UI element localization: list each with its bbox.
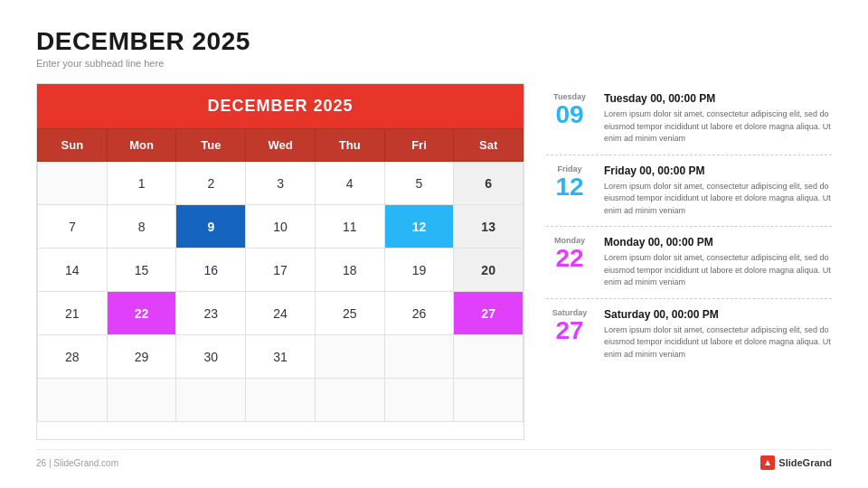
calendar-day: 14 (38, 249, 108, 292)
calendar-day (384, 335, 454, 379)
calendar-day (454, 379, 524, 422)
calendar-day: 1 (107, 162, 176, 205)
footer: 26 | SlideGrand.com SlideGrand (36, 449, 832, 470)
calendar-day (38, 162, 108, 205)
calendar-week-row: 14151617181920 (38, 249, 524, 292)
calendar-day (107, 379, 176, 422)
event-desc: Lorem ipsum dolor sit amet, consectetur … (604, 181, 832, 218)
calendar-month-title: DECEMBER 2025 (37, 97, 524, 116)
event-date-col: Monday 22 (546, 236, 593, 271)
event-date-col: Saturday 27 (546, 308, 593, 343)
event-title: Monday 00, 00:00 PM (604, 236, 832, 249)
calendar-day: 4 (315, 162, 384, 205)
calendar-day: 6 (454, 162, 524, 205)
day-fri: Fri (384, 129, 454, 162)
day-tue: Tue (176, 129, 246, 162)
calendar-week-row: 78910111213 (38, 205, 524, 249)
header: DECEMBER 2025 Enter your subhead line he… (36, 27, 832, 69)
page-title: DECEMBER 2025 (36, 27, 832, 56)
calendar-day: 3 (246, 162, 316, 205)
calendar-week-row: 123456 (38, 162, 524, 205)
event-info: Friday 00, 00:00 PM Lorem ipsum dolor si… (604, 164, 832, 218)
event-title: Tuesday 00, 00:00 PM (604, 92, 832, 105)
calendar-week-row: 21222324252627 (38, 292, 524, 335)
calendar-day: 10 (246, 205, 316, 249)
calendar-day: 8 (107, 205, 176, 249)
calendar-day (454, 335, 524, 379)
calendar-day (315, 335, 384, 379)
calendar-day: 5 (384, 162, 454, 205)
calendar-day: 13 (454, 205, 524, 249)
svg-marker-0 (765, 460, 770, 465)
calendar-day: 11 (315, 205, 384, 249)
content-area: DECEMBER 2025 Sun Mon Tue Wed Thu Fri Sa… (36, 83, 832, 440)
calendar-day: 22 (107, 292, 176, 335)
calendar-day: 18 (315, 249, 384, 292)
event-item: Monday 22 Monday 00, 00:00 PM Lorem ipsu… (546, 227, 832, 299)
calendar-day: 27 (454, 292, 524, 335)
event-date-col: Tuesday 09 (546, 92, 593, 127)
calendar-day: 23 (176, 292, 246, 335)
calendar-day: 17 (246, 249, 316, 292)
calendar-day (176, 379, 246, 422)
calendar-days-row: Sun Mon Tue Wed Thu Fri Sat (38, 129, 524, 162)
event-info: Monday 00, 00:00 PM Lorem ipsum dolor si… (604, 236, 832, 289)
event-desc: Lorem ipsum dolor sit amet, consectetur … (604, 252, 832, 289)
event-day-num: 22 (555, 246, 583, 271)
calendar: DECEMBER 2025 Sun Mon Tue Wed Thu Fri Sa… (36, 83, 524, 440)
events-panel: Tuesday 09 Tuesday 00, 00:00 PM Lorem ip… (546, 83, 832, 440)
logo-icon (760, 455, 775, 470)
day-sun: Sun (38, 129, 108, 162)
event-day-name: Saturday (552, 308, 588, 317)
day-thu: Thu (315, 129, 384, 162)
calendar-week-row: 28293031 (38, 335, 524, 379)
event-day-name: Friday (557, 164, 581, 174)
event-item: Friday 12 Friday 00, 00:00 PM Lorem ipsu… (546, 155, 832, 228)
calendar-day: 19 (384, 249, 454, 292)
logo-label: SlideGrand (778, 457, 832, 468)
calendar-day: 31 (246, 335, 316, 379)
event-desc: Lorem ipsum dolor sit amet, consectetur … (604, 324, 832, 361)
footer-logo: SlideGrand (760, 455, 832, 470)
event-item: Saturday 27 Saturday 00, 00:00 PM Lorem … (546, 299, 832, 371)
calendar-day: 9 (176, 205, 246, 249)
calendar-day: 29 (107, 335, 176, 379)
calendar-table: Sun Mon Tue Wed Thu Fri Sat 123456789101… (37, 128, 524, 422)
page: DECEMBER 2025 Enter your subhead line he… (0, 0, 868, 488)
calendar-day: 2 (176, 162, 246, 205)
calendar-day: 28 (38, 335, 108, 379)
event-title: Friday 00, 00:00 PM (604, 164, 832, 177)
event-desc: Lorem ipsum dolor sit amet, consectetur … (604, 108, 832, 145)
event-title: Saturday 00, 00:00 PM (604, 308, 832, 321)
event-day-num: 09 (555, 102, 583, 127)
calendar-day: 7 (38, 205, 108, 249)
calendar-body: 1234567891011121314151617181920212223242… (38, 162, 524, 422)
calendar-week-row (38, 379, 524, 422)
calendar-day: 25 (315, 292, 384, 335)
calendar-day: 20 (454, 249, 524, 292)
calendar-day (384, 379, 454, 422)
calendar-day: 21 (38, 292, 108, 335)
event-info: Tuesday 00, 00:00 PM Lorem ipsum dolor s… (604, 92, 832, 145)
calendar-day: 12 (384, 205, 454, 249)
calendar-day: 24 (246, 292, 316, 335)
page-subtitle: Enter your subhead line here (36, 58, 832, 69)
calendar-day: 30 (176, 335, 246, 379)
calendar-header: DECEMBER 2025 (37, 84, 524, 128)
event-day-num: 27 (555, 318, 583, 343)
calendar-day: 16 (176, 249, 246, 292)
calendar-day: 26 (384, 292, 454, 335)
day-sat: Sat (454, 129, 524, 162)
event-date-col: Friday 12 (546, 164, 593, 200)
event-day-num: 12 (555, 174, 583, 200)
calendar-day (315, 379, 384, 422)
day-mon: Mon (107, 129, 176, 162)
calendar-day (38, 379, 108, 422)
day-wed: Wed (246, 129, 316, 162)
calendar-day: 15 (107, 249, 176, 292)
calendar-day (246, 379, 316, 422)
event-item: Tuesday 09 Tuesday 00, 00:00 PM Lorem ip… (546, 83, 832, 155)
event-info: Saturday 00, 00:00 PM Lorem ipsum dolor … (604, 308, 832, 361)
footer-page: 26 | SlideGrand.com (36, 458, 118, 468)
